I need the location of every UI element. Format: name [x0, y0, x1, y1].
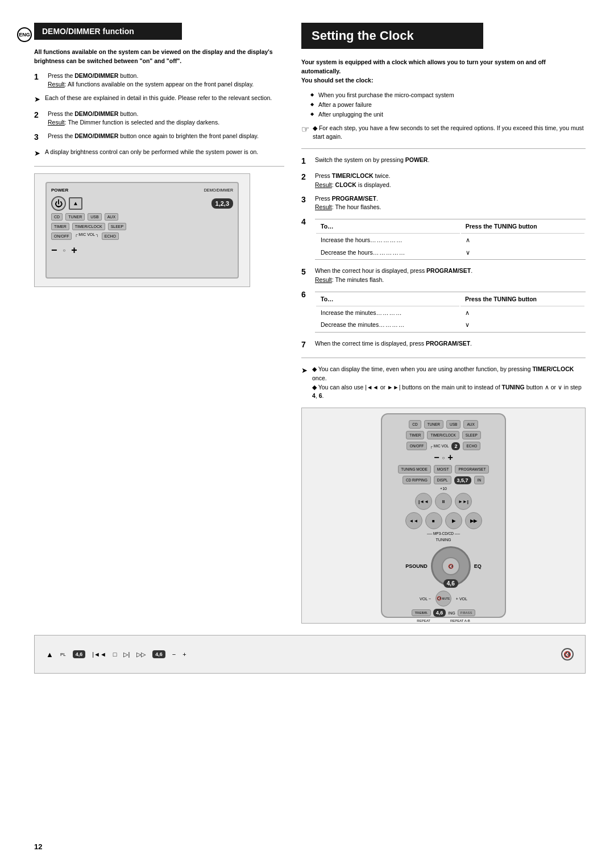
fp-eject-button: ▲: [69, 197, 82, 210]
ub-plus-icon: +: [182, 651, 186, 658]
arrow-note-2: ➤ A display brightness control can only …: [34, 148, 284, 159]
r-mute-icon: 🔇: [448, 564, 454, 569]
step-num-3: 3: [34, 131, 42, 143]
ub-eject-icon: ▲: [46, 650, 53, 659]
right-step-2: 2 Press TIMER/CLOCK twice. Result: CLOCK…: [301, 172, 586, 190]
r-rew-btn: ◄◄: [405, 512, 422, 529]
r-ffwd-btn: ▶: [445, 512, 462, 529]
page: ENG 12 DEMO/DIMMER function All function…: [0, 0, 614, 868]
r-display-btn: DISPL: [434, 476, 451, 484]
r-stop-btn: ■: [425, 512, 442, 529]
remote-plus10-row: +10: [387, 487, 500, 491]
arrow-decrease-hours: ∨: [461, 247, 584, 259]
action-increase-hours: Increase the hours……………: [316, 235, 460, 246]
r-cdripping-btn: CD RIPPING: [403, 476, 431, 484]
r-fwd-btn: ▶▶: [465, 512, 482, 529]
remote-source-row: CD TUNER USB AUX: [387, 420, 500, 429]
right-step-6: 6 To… Press the TUNING button Increase t…: [301, 289, 586, 335]
r-plus: +: [447, 452, 453, 463]
right-section-title: Setting the Clock: [301, 23, 483, 49]
r-pbass-btn: P.BASS: [458, 609, 475, 616]
right-intro: Your system is equipped with a clock whi…: [301, 58, 586, 85]
power-label: POWER: [51, 188, 68, 193]
r-next-btn: ►►|: [455, 493, 472, 510]
bullet-3: After unplugging the unit: [310, 110, 586, 119]
ub-play-icon: ▷|: [123, 651, 130, 658]
remote-repeat-row: REPEAT REPEAT A-B: [387, 619, 500, 622]
fp-aux-btn: AUX: [105, 213, 118, 221]
fp-tuner-btn: TUNER: [65, 213, 85, 221]
left-intro: All functions available on the system ca…: [34, 48, 284, 66]
r-micvol-label: ┌ MIC VOL: [430, 444, 449, 448]
col-to-6: To…: [316, 293, 459, 306]
fp-power-button: ⏻: [51, 196, 66, 211]
table-row: Decrease the minutes………… ∨: [316, 319, 584, 331]
r-dot: ○: [442, 455, 445, 460]
r-repeatab-label: REPEAT A-B: [450, 619, 470, 622]
r-treb-btn: TREB/B.: [412, 609, 430, 616]
ub-minus-icon: −: [172, 651, 176, 658]
remote-control: CD TUNER USB AUX TIMER TIMER/CLOCK SLEEP…: [381, 413, 506, 618]
fp-source-row: CD TUNER USB AUX: [51, 213, 233, 221]
ub-46-badge-2: 4,6: [152, 650, 165, 658]
r-step-num-7: 7: [301, 339, 309, 351]
bullet-2: After a power failure: [310, 100, 586, 110]
left-step-1: 1 Press the DEMO/DIMMER button. Result: …: [34, 72, 284, 90]
remote-onoff-row: ON/OFF ┌ MIC VOL 2 ECHO: [387, 442, 500, 450]
remote-tuningmode-row: TUNING MODE MO/ST PROGRAM/SET: [387, 465, 500, 474]
r-step-num-6: 6: [301, 289, 309, 301]
step-6-table: To… Press the TUNING button Increase the…: [315, 292, 586, 333]
r-tuningmode-btn: TUNING MODE: [398, 465, 431, 474]
r-echo-btn: ECHO: [463, 442, 480, 450]
demodimmer-label: DEMO/DIMMER: [204, 188, 233, 192]
ub-circle-icon: 🔇: [561, 648, 574, 661]
col-press-6: Press the TUNING button: [460, 293, 584, 306]
r-vol-plus-label: + VOL: [456, 597, 467, 601]
left-column: DEMO/DIMMER function All functions avail…: [34, 23, 284, 630]
r-psound-label: PSOUND: [405, 563, 428, 569]
r-usb-btn: USB: [446, 420, 460, 429]
fp-minus-btn: −: [51, 244, 57, 256]
remote-treb-row: TREB/B. 4,6 ING P.BASS: [412, 609, 475, 617]
arrow-decrease-mins: ∨: [460, 319, 584, 331]
ub-label1: PL: [60, 652, 66, 657]
col-to: To…: [316, 221, 460, 234]
r-step-num-1: 1: [301, 155, 309, 167]
tip-arrow-icon-1: ➤: [301, 365, 308, 376]
left-step-3: 3 Press the DEMO/DIMMER button once agai…: [34, 132, 284, 143]
fp-main-row: ⏻ ▲ 1,2,3: [51, 196, 233, 211]
action-decrease-mins: Decrease the minutes…………: [316, 319, 459, 331]
remote-mp3-row: ── MP3-CD/CD ──: [387, 531, 500, 535]
tip-note-1: ➤ ◆ You can display the time, even when …: [301, 365, 586, 401]
right-step-5: 5 When the correct hour is displayed, pr…: [301, 267, 586, 285]
ub-prev-icon: |◄◄: [92, 651, 106, 658]
front-panel: POWER DEMO/DIMMER ⏻ ▲ 1,2,3 CD TUNER USB…: [45, 182, 239, 279]
fp-usb-btn: USB: [88, 213, 101, 221]
divider-left: [34, 166, 284, 167]
r-timerclock-btn: TIMER/CLOCK: [427, 431, 459, 439]
table-row: Increase the hours…………… ∧: [316, 235, 584, 246]
r-timer-btn: TIMER: [406, 431, 424, 439]
remote-transport-row1: |◄◄ II ►►|: [387, 493, 500, 510]
fp-micvol-label: ┌ MIC VOL ┐: [74, 232, 98, 240]
ub-stop-icon: □: [113, 651, 117, 658]
r-programset-btn: PROGRAM/SET: [455, 465, 489, 474]
ub-next-icon: ▷▷: [136, 651, 146, 658]
remote-tuning-label-row: TUNING: [387, 538, 500, 542]
r-step-num-4: 4: [301, 216, 309, 228]
remote-nav-center: 🔇: [442, 557, 460, 575]
r-step-num-2: 2: [301, 171, 309, 183]
r-cd-btn: CD: [409, 420, 421, 429]
remote-transport-row2: ◄◄ ■ ▶ ▶▶: [387, 512, 500, 529]
r-ing-label: ING: [448, 611, 455, 615]
remote-illustration: CD TUNER USB AUX TIMER TIMER/CLOCK SLEEP…: [301, 408, 586, 624]
r-46-nav-badge: 4,6: [443, 579, 458, 588]
fp-timer-row: TIMER TIMER/CLOCK SLEEP: [51, 223, 233, 230]
r-46-treb-badge: 4,6: [433, 609, 446, 617]
r-tuner-btn: TUNER: [424, 420, 443, 429]
fp-step-badge: 1,2,3: [211, 198, 233, 209]
right-column: Setting the Clock Your system is equippe…: [301, 23, 586, 630]
r-mp3-label: ── MP3-CD/CD ──: [427, 531, 460, 535]
r-repeat-label: REPEAT: [417, 619, 430, 622]
r-step-num-3: 3: [301, 194, 309, 206]
